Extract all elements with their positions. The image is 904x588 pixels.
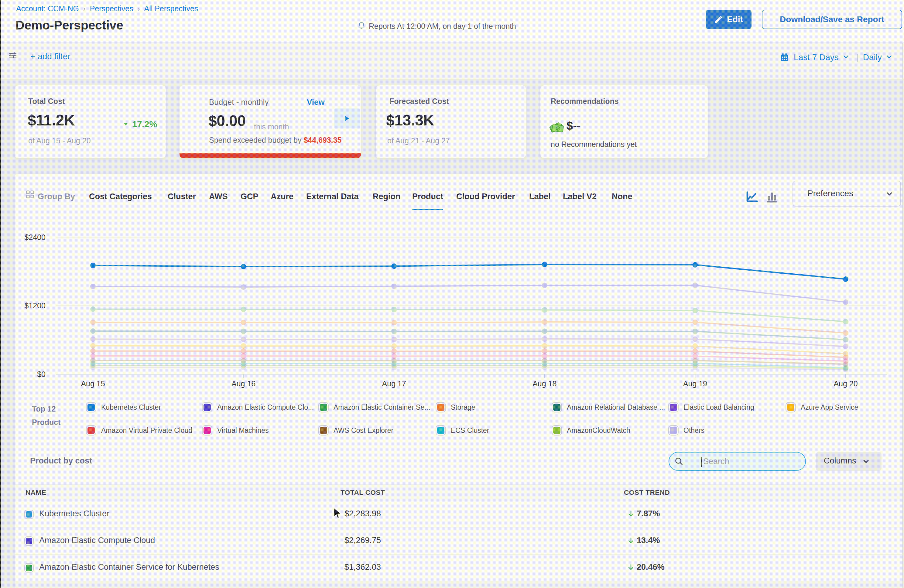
- svg-text:$2400: $2400: [24, 233, 46, 242]
- svg-text:Aug 19: Aug 19: [683, 379, 707, 388]
- svg-text:Aug 16: Aug 16: [231, 379, 256, 388]
- svg-text:Aug 15: Aug 15: [81, 379, 105, 388]
- svg-text:$1200: $1200: [24, 301, 46, 310]
- svg-text:Aug 18: Aug 18: [533, 379, 556, 388]
- svg-text:Aug 20: Aug 20: [833, 379, 858, 388]
- svg-text:$0: $0: [37, 370, 46, 378]
- svg-text:Aug 17: Aug 17: [382, 379, 406, 388]
